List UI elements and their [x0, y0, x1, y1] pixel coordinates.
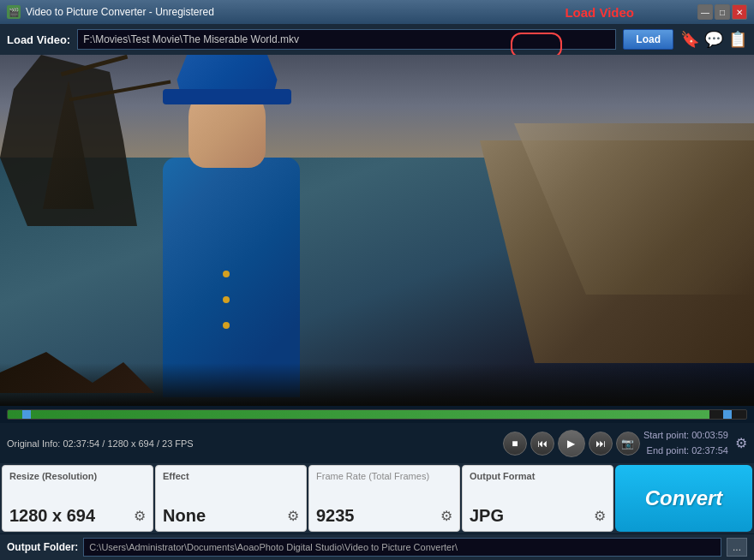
- title-bar-controls[interactable]: — □ ✕: [697, 4, 747, 20]
- play-button[interactable]: ▶: [558, 430, 585, 457]
- output-browse-button[interactable]: ...: [727, 538, 747, 557]
- convert-button[interactable]: Convert: [615, 465, 752, 532]
- load-video-label: Load Video:: [7, 33, 70, 46]
- close-button[interactable]: ✕: [732, 4, 747, 20]
- minimize-button[interactable]: —: [697, 4, 713, 20]
- stop-button[interactable]: ■: [503, 432, 527, 456]
- original-info: Original Info: 02:37:54 / 1280 x 694 / 2…: [7, 438, 500, 449]
- maximize-button[interactable]: □: [715, 4, 730, 20]
- scene-figure: [146, 106, 317, 397]
- title-bar: 🎬 Video to Picture Converter - Unregiste…: [0, 0, 754, 24]
- load-video-header: Load Video: Load 🔖 💬 📋 Load Video: [0, 24, 754, 55]
- output-format-label: Output Format: [470, 471, 606, 481]
- framerate-value: 9235: [316, 506, 355, 526]
- framerate-panel: Frame Rate (Total Frames) 9235 ⚙: [308, 465, 460, 532]
- framerate-settings-icon[interactable]: ⚙: [440, 508, 452, 524]
- effect-value: None: [163, 506, 206, 526]
- end-point: End point: 02:37:54: [643, 444, 728, 459]
- effect-settings-icon[interactable]: ⚙: [287, 508, 299, 524]
- effect-label: Effect: [163, 471, 299, 481]
- file-path-input[interactable]: [77, 29, 616, 50]
- clipboard-icon[interactable]: 📋: [728, 30, 747, 49]
- output-folder-path[interactable]: [83, 538, 721, 557]
- snapshot-button[interactable]: 📷: [616, 432, 640, 456]
- video-preview: [0, 55, 754, 406]
- output-folder: Output Folder: ...: [0, 533, 754, 560]
- resize-value-row: 1280 x 694 ⚙: [9, 506, 146, 526]
- resize-label: Resize (Resolution): [9, 471, 146, 481]
- resize-settings-icon[interactable]: ⚙: [134, 508, 146, 524]
- time-info: Start point: 00:03:59 End point: 02:37:5…: [643, 428, 728, 458]
- timeline-filled: [8, 410, 709, 419]
- chat-icon[interactable]: 💬: [704, 30, 723, 49]
- bookmark-icon[interactable]: 🔖: [680, 30, 699, 49]
- title-bar-left: 🎬 Video to Picture Converter - Unregiste…: [7, 5, 214, 19]
- output-format-settings-icon[interactable]: ⚙: [594, 508, 606, 524]
- app-icon: 🎬: [7, 5, 21, 19]
- output-format-panel: Output Format JPG ⚙: [462, 465, 613, 532]
- load-button[interactable]: Load: [623, 29, 673, 50]
- timeline-handle-left[interactable]: [22, 409, 31, 420]
- app-title: Video to Picture Converter - Unregistere…: [26, 6, 214, 18]
- effect-value-row: None ⚙: [163, 506, 299, 526]
- effect-panel: Effect None ⚙: [155, 465, 307, 532]
- timeline-track[interactable]: [7, 409, 747, 420]
- start-point: Start point: 00:03:59: [643, 428, 728, 444]
- bottom-panels: Resize (Resolution) 1280 x 694 ⚙ Effect …: [0, 463, 754, 533]
- controls-bar: Original Info: 02:37:54 / 1280 x 694 / 2…: [0, 423, 754, 463]
- prev-button[interactable]: ⏮: [530, 432, 554, 456]
- output-format-value: JPG: [470, 506, 504, 526]
- framerate-value-row: 9235 ⚙: [316, 506, 452, 526]
- resize-value: 1280 x 694: [9, 506, 95, 526]
- resize-panel: Resize (Resolution) 1280 x 694 ⚙: [2, 465, 153, 532]
- timeline-handle-right[interactable]: [723, 409, 732, 420]
- video-frame: [0, 55, 754, 406]
- next-button[interactable]: ⏭: [589, 432, 613, 456]
- header-icons: 🔖 💬 📋: [680, 30, 747, 49]
- timeline-area[interactable]: [0, 406, 754, 423]
- timeline-settings-icon[interactable]: ⚙: [735, 435, 747, 451]
- output-format-value-row: JPG ⚙: [470, 506, 606, 526]
- output-folder-label: Output Folder:: [7, 541, 78, 553]
- framerate-label: Frame Rate (Total Frames): [316, 471, 452, 481]
